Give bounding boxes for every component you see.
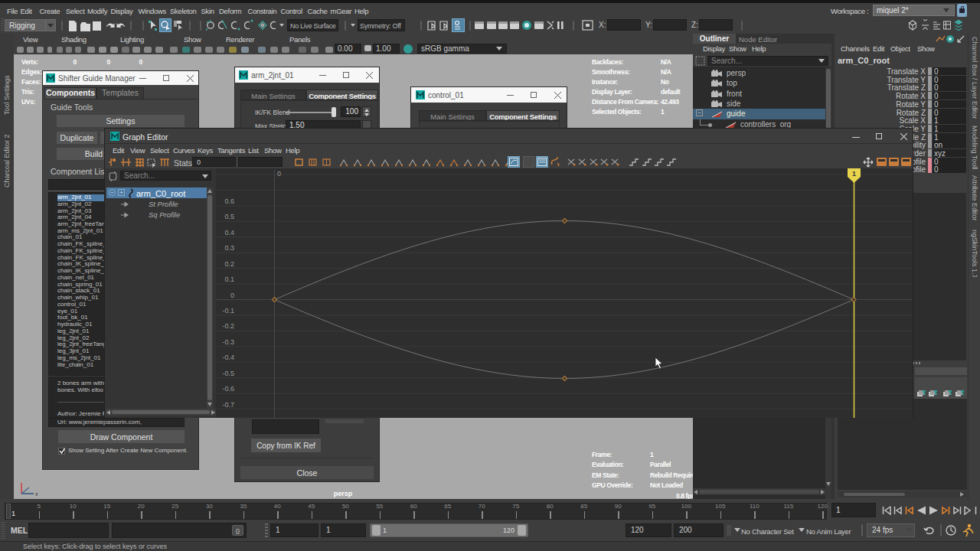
svg-text:1: 1	[852, 170, 856, 178]
svg-text:x: x	[35, 491, 38, 497]
